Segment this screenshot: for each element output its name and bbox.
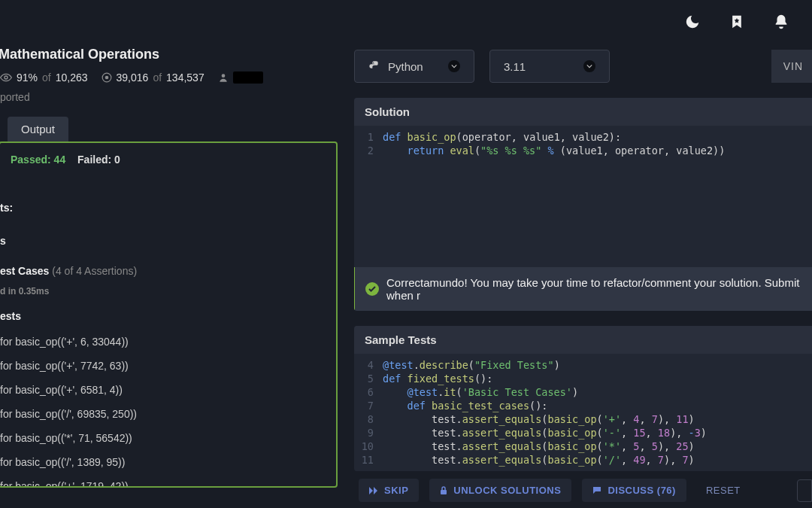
test-row: for basic_op(('*', 71, 56542)) [0,426,336,450]
svg-point-0 [5,76,8,79]
top-bar [0,0,812,44]
user-icon [218,72,229,83]
test-status: Passed: 44 Failed: 0 [0,143,336,170]
success-banner: Correctamundo! You may take your time to… [354,267,812,311]
unlock-button[interactable]: UNLOCK SOLUTIONS [429,479,571,502]
solution-code[interactable]: 12 def basic_op(operator, value1, value2… [354,126,812,267]
action-bar: SKIP UNLOCK SOLUTIONS DISCUSS (76) RESET [354,471,812,502]
python-icon [368,60,380,72]
chevron-down-icon [583,60,595,72]
test-row: for basic_op(('+', 7742, 63)) [0,354,336,378]
reported-label: ported [0,91,345,103]
author-name [233,71,263,84]
bell-icon[interactable] [773,14,789,30]
output-tab[interactable]: Output [8,117,68,141]
skip-button[interactable]: SKIP [359,479,419,502]
moon-icon[interactable] [684,14,701,30]
chevron-down-icon [448,60,460,72]
chat-icon [592,486,601,494]
svg-point-2 [105,76,108,80]
svg-rect-4 [441,490,447,494]
right-panel: Python 3.11 VIN Solution 12 def basic_ [345,44,812,508]
sample-code[interactable]: 4567891011 @test.describe("Fixed Tests")… [354,354,812,471]
results-body: ts: s est Cases (4 of 4 Assertions) d in… [0,170,336,488]
target-icon [102,72,112,83]
reset-button[interactable]: RESET [697,479,750,502]
kata-title: Mathematical Operations [0,47,159,62]
stats-row: 91% of 10,263 39,016 of 134,537 [0,67,345,90]
test-row: for basic_op(('/', 1389, 95)) [0,450,336,474]
test-row: for basic_op(('+', 1719, 42)) [0,474,336,488]
completion-stat: 91% of 10,263 [0,71,88,84]
solution-header: Solution [354,98,812,126]
lock-icon [440,486,447,495]
test-row: for basic_op(('+', 6581, 4)) [0,378,336,402]
discuss-button[interactable]: DISCUSS (76) [582,479,686,502]
vim-toggle[interactable]: VIN [771,50,812,83]
output-panel: Passed: 44 Failed: 0 ts: s est Cases (4 … [0,141,338,488]
test-row: for basic_op(('+', 6, 33044)) [0,330,336,354]
author-stat[interactable] [218,71,263,84]
right-end-control[interactable] [797,479,812,502]
check-icon [365,282,379,296]
eye-icon [0,71,12,84]
left-panel: Mathematical Operations 91% of 10,263 39… [0,44,345,508]
plays-stat: 39,016 of 134,537 [102,71,205,84]
language-select[interactable]: Python [354,50,474,83]
svg-point-3 [221,74,225,78]
bookmark-icon[interactable] [729,14,744,30]
sample-header: Sample Tests [354,326,812,354]
test-row: for basic_op(('/', 69835, 250)) [0,402,336,426]
version-select[interactable]: 3.11 [489,50,610,83]
solution-editor: Solution 12 def basic_op(operator, value… [354,98,812,311]
sample-tests-editor: Sample Tests 4567891011 @test.describe("… [354,326,812,471]
skip-icon [369,487,378,494]
